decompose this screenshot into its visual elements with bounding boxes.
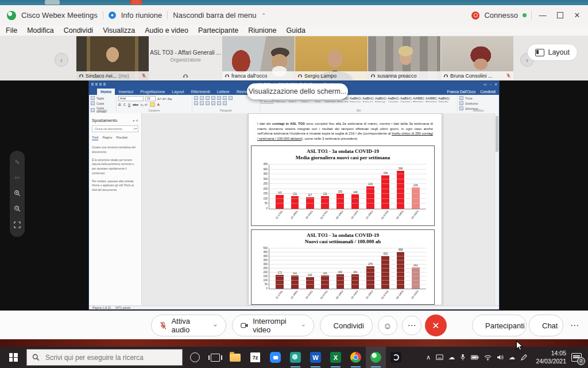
menu-condividi[interactable]: Condividi: [64, 26, 93, 34]
word-share-button[interactable]: Condividi: [480, 90, 496, 94]
filmstrip-prev-button[interactable]: ‹: [55, 53, 68, 67]
meeting-info-icon[interactable]: [109, 12, 116, 19]
volume-icon[interactable]: [497, 354, 504, 361]
nav-search-input[interactable]: [94, 126, 132, 131]
taskbar-word[interactable]: W: [305, 347, 326, 368]
chevron-down-icon[interactable]: [213, 323, 218, 328]
participants-label: Partecipanti: [485, 321, 525, 330]
style-chip[interactable]: AaBbCcLEnfasi int.: [362, 97, 374, 103]
more-options-button[interactable]: ⋯: [402, 316, 421, 335]
style-chip[interactable]: AaBbCcLEnfasi (co...: [350, 97, 361, 103]
minimize-button[interactable]: —: [536, 9, 549, 22]
style-chip[interactable]: AABBCCLRiferiment...: [425, 97, 437, 103]
action-center-button[interactable]: 2: [567, 347, 586, 368]
wifi-icon[interactable]: [484, 355, 492, 361]
taskbar-cortana[interactable]: [185, 347, 205, 368]
taskbar-search[interactable]: [26, 349, 183, 366]
zoom-out-icon[interactable]: [14, 205, 21, 212]
participant-tile-sergio[interactable]: Sergio Lampo: [295, 36, 368, 80]
find-button[interactable]: Trova: [465, 97, 473, 100]
menu-visualizza[interactable]: Visualizza: [103, 26, 135, 34]
menu-guida[interactable]: Guida: [286, 26, 305, 34]
nav-search[interactable]: ⌕▾: [92, 125, 138, 132]
taskbar-task-view[interactable]: [205, 347, 225, 368]
word-tab-progettazione[interactable]: Progettazione: [137, 89, 168, 95]
zoom-in-icon[interactable]: [14, 190, 21, 197]
style-chip[interactable]: AaBbCcLCitazione i...: [400, 97, 412, 103]
share-button[interactable]: Condividi: [320, 315, 373, 336]
fit-screen-icon[interactable]: [14, 221, 21, 228]
participant-tile-bruna[interactable]: Bruna Consolini ...: [441, 36, 513, 80]
cut-button[interactable]: Taglia: [96, 97, 104, 100]
menu-audio-video[interactable]: Audio e video: [145, 26, 188, 34]
style-chip[interactable]: AaBbCcLEnfasi (gr...: [375, 97, 386, 103]
font-name-box[interactable]: Arial: [118, 96, 144, 101]
scrollbar-thumb[interactable]: [496, 116, 498, 152]
nav-tab-titoli[interactable]: Titoli: [92, 136, 98, 140]
chevron-up-icon[interactable]: ⌃: [262, 13, 266, 18]
taskbar-zoom-app[interactable]: [265, 347, 285, 368]
taskbar-7zip[interactable]: 7z: [245, 347, 265, 368]
taskbar-clock[interactable]: 14:05 24/03/2021: [536, 347, 566, 368]
desktop-wallpaper-top: [0, 0, 588, 5]
taskbar-webex[interactable]: [366, 347, 386, 368]
nav-pane-close-icon[interactable]: ▾ ✕: [133, 118, 138, 122]
word-quick-access-toolbar[interactable]: [91, 83, 107, 86]
taskbar-dark-app[interactable]: [386, 347, 406, 368]
unmute-button[interactable]: Attiva audio: [151, 315, 226, 336]
hide-menubar-button[interactable]: Nascondi barra del menu: [173, 11, 256, 20]
annotate-icon[interactable]: ✏: [14, 175, 20, 181]
copy-button[interactable]: Copia: [96, 102, 104, 105]
taskbar-search-input[interactable]: [44, 353, 177, 362]
nav-tab-risultati[interactable]: Risultati: [117, 136, 128, 140]
nav-tab-pagine[interactable]: Pagine: [102, 136, 112, 140]
search-icon[interactable]: ⌕▾: [133, 127, 137, 131]
participant-tile-susanna[interactable]: susanna preacco: [368, 36, 440, 80]
meeting-info-button[interactable]: Info riunione: [121, 11, 163, 20]
word-scrollbar[interactable]: [494, 113, 499, 305]
chat-button[interactable]: Chat: [529, 315, 563, 336]
word-tab-lettere[interactable]: Lettere: [214, 89, 233, 95]
word-tab-riferimenti[interactable]: Riferimenti: [187, 89, 213, 95]
word-tab-inserisci[interactable]: Inserisci: [115, 89, 137, 95]
group-label-editing: Modifica: [458, 109, 499, 112]
participant-tile-sindaco[interactable]: Sindaco Avi... (me): [76, 36, 149, 80]
menu-modifica[interactable]: Modifica: [27, 26, 54, 34]
style-chip[interactable]: AaBbCcLTitolo del...: [438, 97, 450, 103]
style-chip[interactable]: AABBCCLRiferimen...: [413, 97, 424, 103]
stop-video-button[interactable]: Interrompi video: [232, 315, 314, 336]
maximize-button[interactable]: [554, 9, 566, 22]
taskbar-mail-app[interactable]: [285, 347, 305, 368]
font-size-box[interactable]: 10: [145, 96, 156, 101]
taskbar-file-explorer[interactable]: [225, 347, 245, 368]
menu-riunione[interactable]: Riunione: [248, 26, 276, 34]
close-button[interactable]: ✕: [571, 9, 583, 22]
replace-button[interactable]: Sostituisci: [465, 102, 478, 105]
leave-meeting-button[interactable]: ✕: [425, 315, 447, 336]
battery-icon[interactable]: [471, 355, 479, 360]
menu-file[interactable]: File: [6, 26, 17, 34]
chevron-down-icon[interactable]: [301, 323, 305, 328]
taskbar-excel[interactable]: X: [326, 347, 346, 368]
microphone-icon[interactable]: [460, 354, 466, 361]
ribbon-group-font: Arial 10 A˄ A˅ Aa GCSabcx₂ x² A Caratter…: [117, 95, 192, 112]
pen-icon[interactable]: [520, 354, 527, 361]
taskbar-chrome[interactable]: [346, 347, 366, 368]
more-panels-button[interactable]: ⋯: [570, 320, 579, 331]
tray-expand-icon[interactable]: ∧: [426, 354, 431, 361]
style-chip[interactable]: AaBbCcLCitazione: [388, 97, 399, 103]
onedrive-cloud-icon[interactable]: ☁: [448, 354, 455, 361]
word-tab-layout[interactable]: Layout: [168, 89, 187, 95]
word-tab-home[interactable]: Home: [97, 89, 115, 95]
cloud-sync-icon[interactable]: ☁: [509, 354, 515, 361]
word-window-buttons[interactable]: ▭–✕: [483, 81, 497, 87]
touch-keyboard-icon[interactable]: [436, 354, 443, 361]
start-button[interactable]: [0, 347, 26, 368]
remote-control-icon[interactable]: ✎: [14, 159, 20, 166]
participants-button[interactable]: Partecipanti: [472, 315, 527, 336]
participant-tile-asl-to3[interactable]: ASL TO3 - Affari Generali ... Organizzat…: [149, 36, 222, 80]
menu-partecipante[interactable]: Partecipante: [198, 26, 238, 34]
layout-button[interactable]: Layout: [527, 44, 578, 61]
reactions-button[interactable]: ☺: [378, 316, 397, 335]
participant-tile-franca[interactable]: franca dall'occo: [222, 36, 295, 80]
